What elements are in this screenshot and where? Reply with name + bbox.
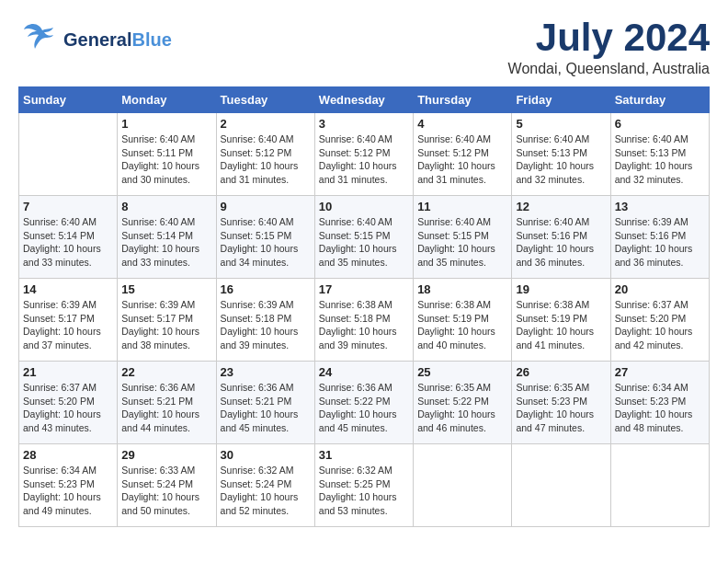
day-info: Sunrise: 6:36 AMSunset: 5:21 PMDaylight:… [121,381,211,435]
day-info: Sunrise: 6:38 AMSunset: 5:19 PMDaylight:… [417,298,507,352]
weekday-header-tuesday: Tuesday [216,87,314,113]
day-number: 5 [516,117,606,131]
weekday-header-friday: Friday [512,87,610,113]
calendar-cell: 2Sunrise: 6:40 AMSunset: 5:12 PMDaylight… [216,113,314,196]
day-number: 7 [23,200,113,213]
day-info: Sunrise: 6:35 AMSunset: 5:23 PMDaylight:… [516,381,606,435]
weekday-header-row: SundayMondayTuesdayWednesdayThursdayFrid… [19,87,710,113]
day-info: Sunrise: 6:39 AMSunset: 5:17 PMDaylight:… [23,298,113,352]
calendar-cell: 25Sunrise: 6:35 AMSunset: 5:22 PMDayligh… [414,362,512,444]
day-number: 21 [23,365,113,379]
day-info: Sunrise: 6:40 AMSunset: 5:15 PMDaylight:… [221,215,311,270]
calendar-cell: 7Sunrise: 6:40 AMSunset: 5:14 PMDaylight… [19,196,118,279]
day-info: Sunrise: 6:33 AMSunset: 5:24 PMDaylight:… [121,464,211,518]
weekday-header-wednesday: Wednesday [314,87,413,113]
month-year: July 2024 [508,18,710,57]
day-number: 17 [319,282,409,296]
weekday-header-thursday: Thursday [414,87,512,113]
calendar-cell: 16Sunrise: 6:39 AMSunset: 5:18 PMDayligh… [216,279,314,362]
day-number: 6 [615,117,705,131]
day-number: 16 [221,282,311,296]
calendar-cell: 15Sunrise: 6:39 AMSunset: 5:17 PMDayligh… [118,279,216,362]
day-info: Sunrise: 6:34 AMSunset: 5:23 PMDaylight:… [23,464,113,518]
calendar-cell: 14Sunrise: 6:39 AMSunset: 5:17 PMDayligh… [19,279,118,362]
calendar-cell [19,113,118,196]
calendar-cell: 4Sunrise: 6:40 AMSunset: 5:12 PMDaylight… [414,113,512,196]
calendar-cell: 31Sunrise: 6:32 AMSunset: 5:25 PMDayligh… [314,444,413,527]
location: Wondai, Queensland, Australia [508,61,710,77]
calendar-cell: 29Sunrise: 6:33 AMSunset: 5:24 PMDayligh… [118,444,216,527]
logo-icon [18,18,60,60]
day-number: 23 [221,365,311,379]
day-info: Sunrise: 6:40 AMSunset: 5:12 PMDaylight:… [417,132,507,187]
calendar-week-2: 7Sunrise: 6:40 AMSunset: 5:14 PMDaylight… [19,196,710,279]
calendar-cell: 1Sunrise: 6:40 AMSunset: 5:11 PMDaylight… [118,113,216,196]
day-info: Sunrise: 6:37 AMSunset: 5:20 PMDaylight:… [615,298,705,352]
calendar-cell [414,444,512,527]
calendar-week-4: 21Sunrise: 6:37 AMSunset: 5:20 PMDayligh… [19,362,710,444]
calendar-cell: 9Sunrise: 6:40 AMSunset: 5:15 PMDaylight… [216,196,314,279]
day-info: Sunrise: 6:40 AMSunset: 5:11 PMDaylight:… [121,132,211,187]
calendar-cell: 18Sunrise: 6:38 AMSunset: 5:19 PMDayligh… [414,279,512,362]
day-info: Sunrise: 6:40 AMSunset: 5:12 PMDaylight:… [319,132,409,187]
calendar-cell: 8Sunrise: 6:40 AMSunset: 5:14 PMDaylight… [118,196,216,279]
day-number: 27 [615,365,705,379]
logo: GeneralBlue [18,18,172,60]
day-number: 26 [516,365,606,379]
day-info: Sunrise: 6:39 AMSunset: 5:18 PMDaylight:… [221,298,311,352]
calendar-cell: 6Sunrise: 6:40 AMSunset: 5:13 PMDaylight… [610,113,709,196]
calendar-cell: 3Sunrise: 6:40 AMSunset: 5:12 PMDaylight… [314,113,413,196]
day-number: 2 [221,117,311,131]
day-number: 11 [417,200,507,213]
day-info: Sunrise: 6:40 AMSunset: 5:13 PMDaylight:… [516,132,606,187]
day-number: 10 [319,200,409,213]
day-number: 14 [23,282,113,296]
day-number: 12 [516,200,606,213]
calendar-cell: 23Sunrise: 6:36 AMSunset: 5:21 PMDayligh… [216,362,314,444]
day-number: 25 [417,365,507,379]
day-info: Sunrise: 6:40 AMSunset: 5:16 PMDaylight:… [516,215,606,270]
title-block: July 2024 Wondai, Queensland, Australia [508,18,710,77]
day-info: Sunrise: 6:32 AMSunset: 5:25 PMDaylight:… [319,464,409,518]
weekday-header-sunday: Sunday [19,87,118,113]
calendar-cell: 26Sunrise: 6:35 AMSunset: 5:23 PMDayligh… [512,362,610,444]
day-number: 9 [221,200,311,213]
calendar-cell: 17Sunrise: 6:38 AMSunset: 5:18 PMDayligh… [314,279,413,362]
calendar-cell: 21Sunrise: 6:37 AMSunset: 5:20 PMDayligh… [19,362,118,444]
day-number: 3 [319,117,409,131]
day-info: Sunrise: 6:40 AMSunset: 5:15 PMDaylight:… [319,215,409,270]
day-number: 8 [121,200,211,213]
day-number: 28 [23,448,113,462]
day-info: Sunrise: 6:38 AMSunset: 5:19 PMDaylight:… [516,298,606,352]
day-info: Sunrise: 6:34 AMSunset: 5:23 PMDaylight:… [615,381,705,435]
day-number: 30 [221,448,311,462]
calendar-cell: 30Sunrise: 6:32 AMSunset: 5:24 PMDayligh… [216,444,314,527]
day-number: 29 [121,448,211,462]
page-header: GeneralBlue July 2024 Wondai, Queensland… [18,18,710,77]
calendar-cell: 12Sunrise: 6:40 AMSunset: 5:16 PMDayligh… [512,196,610,279]
day-info: Sunrise: 6:40 AMSunset: 5:13 PMDaylight:… [615,132,705,187]
day-info: Sunrise: 6:38 AMSunset: 5:18 PMDaylight:… [319,298,409,352]
day-number: 4 [417,117,507,131]
calendar-week-3: 14Sunrise: 6:39 AMSunset: 5:17 PMDayligh… [19,279,710,362]
day-number: 13 [615,200,705,213]
logo-general: GeneralBlue [63,29,172,50]
calendar-cell: 10Sunrise: 6:40 AMSunset: 5:15 PMDayligh… [314,196,413,279]
day-info: Sunrise: 6:39 AMSunset: 5:16 PMDaylight:… [615,215,705,270]
day-info: Sunrise: 6:36 AMSunset: 5:22 PMDaylight:… [319,381,409,435]
calendar-cell: 13Sunrise: 6:39 AMSunset: 5:16 PMDayligh… [610,196,709,279]
day-info: Sunrise: 6:40 AMSunset: 5:14 PMDaylight:… [121,215,211,270]
day-number: 19 [516,282,606,296]
calendar-cell: 28Sunrise: 6:34 AMSunset: 5:23 PMDayligh… [19,444,118,527]
day-info: Sunrise: 6:32 AMSunset: 5:24 PMDaylight:… [221,464,311,518]
calendar-cell: 5Sunrise: 6:40 AMSunset: 5:13 PMDaylight… [512,113,610,196]
day-info: Sunrise: 6:35 AMSunset: 5:22 PMDaylight:… [417,381,507,435]
day-info: Sunrise: 6:40 AMSunset: 5:14 PMDaylight:… [23,215,113,270]
calendar-cell: 24Sunrise: 6:36 AMSunset: 5:22 PMDayligh… [314,362,413,444]
day-number: 1 [121,117,211,131]
day-info: Sunrise: 6:40 AMSunset: 5:15 PMDaylight:… [417,215,507,270]
calendar-cell: 11Sunrise: 6:40 AMSunset: 5:15 PMDayligh… [414,196,512,279]
day-info: Sunrise: 6:37 AMSunset: 5:20 PMDaylight:… [23,381,113,435]
calendar-cell: 22Sunrise: 6:36 AMSunset: 5:21 PMDayligh… [118,362,216,444]
day-number: 31 [319,448,409,462]
